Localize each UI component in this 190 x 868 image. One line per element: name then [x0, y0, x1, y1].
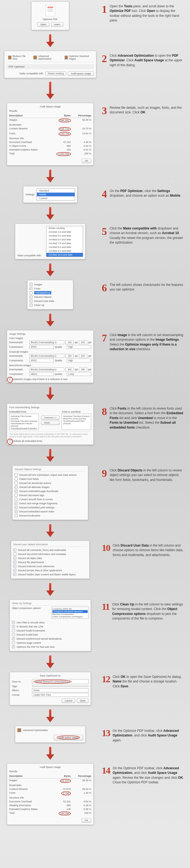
compat-label: Make compatible with:	[18, 254, 44, 257]
optimize-pdf-tool: Optimize PDF Open Learn	[31, 1, 69, 30]
step-number: 12	[102, 675, 110, 684]
tags-input[interactable]	[32, 686, 89, 687]
optimize-scanned[interactable]: Optimize Scanned Pages	[65, 55, 92, 60]
audit-table: DescriptionBytesPercentage Images81,4473…	[9, 774, 91, 816]
advanced-optimization[interactable]: Advanced Optimization	[33, 55, 59, 60]
step-text: Click Advanced Optimization to open the …	[110, 54, 185, 67]
step-text: Click Fonts in the left column to review…	[110, 406, 185, 430]
image-settings-panel: Image Settings Color Images :Downsample:…	[7, 330, 94, 383]
audit-space-dialog-2: Audit Space Usage Results DescriptionByt…	[7, 763, 94, 825]
ok-button[interactable]: OK	[82, 818, 91, 823]
subset-fonts-checkbox[interactable]	[9, 439, 12, 442]
tool-title: Optimize PDF	[35, 18, 66, 21]
settings-label: Settings:	[26, 193, 35, 196]
compat-label: Make compatible with:	[20, 72, 44, 75]
discard-user-data-panel: Discard user related information Discard…	[11, 540, 90, 579]
step-text: Review file details, such as images, fon…	[110, 105, 185, 115]
step-number: 8	[102, 406, 107, 416]
compat-select[interactable]: Retain existing	[45, 72, 66, 75]
optimizer-toolbar-repeat: Advanced Optimization Audit space usage	[15, 726, 86, 743]
compat-dropdown-panel: Make compatible with: Retain existingAcr…	[15, 223, 86, 259]
audit-space-button[interactable]: Audit space usage	[68, 71, 94, 76]
step-number: 14	[102, 766, 110, 775]
step-text: Click the Make compatible with dropdown …	[110, 226, 185, 245]
discard-objects-panel: Discard Objects Settings Discard all for…	[12, 465, 88, 520]
step-text: On the Optimize PDF toolbar, click Advan…	[113, 728, 185, 743]
open-button[interactable]: Open	[37, 22, 49, 27]
optimize-reduce-checkbox[interactable]	[9, 378, 12, 380]
embedded-fonts-list[interactable]: HelveticaLTStd-Roman (Subset)HelveticaLT…	[9, 414, 39, 430]
ok-button[interactable]: OK	[82, 159, 91, 163]
format-select[interactable]: Adobe PDF Files	[32, 693, 89, 697]
save-button[interactable]: Save	[77, 699, 89, 703]
pdf-optimizer-toolbar: Reduce File Size Advanced Optimization O…	[4, 51, 96, 78]
fonts-panel: Font Unembedding Settings Embedded fonts…	[7, 404, 94, 445]
cancel-button[interactable]: Cancel	[62, 699, 75, 703]
audit-button[interactable]: Audit space usage	[54, 735, 83, 740]
step-number: 2	[102, 54, 107, 64]
feature-checklist: ImagesFontsTransparencyDiscard ObjectsDi…	[27, 280, 73, 310]
settings-dropdown-panel: Settings: StandardMobileCustom	[23, 186, 77, 203]
unembed-fonts-list[interactable]: HelveticaLTStd-Bold (Subset)MinionPro-Co…	[62, 414, 91, 430]
step-text: The left column shows checkmarks for the…	[110, 283, 185, 292]
learn-button[interactable]: Learn	[51, 22, 63, 27]
step-number: 7	[102, 333, 107, 343]
cleanup-panel: Clean Up Settings Object compression opt…	[9, 599, 91, 651]
step-text: Open the Tools pane, and scroll down to …	[110, 4, 185, 23]
step-number: 3	[102, 105, 107, 116]
step-text: Click Image in the left column to set do…	[110, 333, 185, 352]
reduce-file-size[interactable]: Reduce File Size	[8, 55, 28, 60]
audit-table: DescriptionBytesPercentage Images596,391…	[9, 113, 91, 156]
dialog-title: Audit Space Usage	[9, 105, 91, 108]
step-number: 4	[102, 189, 107, 199]
step-text: Click Clean Up in the left column to vie…	[112, 602, 185, 621]
step-text: On the PDF Optimizer, click the Settings…	[110, 189, 185, 198]
step-text: Click OK to open the Save Optimized As d…	[113, 675, 185, 689]
step-number: 5	[102, 226, 107, 237]
step-number: 10	[102, 543, 110, 553]
step-text: Click Discard Objects in the left column…	[110, 468, 185, 482]
audit-space-dialog: Audit Space Usage Results DescriptionByt…	[7, 103, 94, 165]
where-select[interactable]: Home	[32, 688, 89, 692]
results-label: Results	[9, 110, 91, 112]
adv-opt-button[interactable]: Advanced Optimization	[23, 729, 48, 732]
compat-dropdown[interactable]: Retain existingAcrobat 4.0 and laterAcro…	[46, 226, 83, 257]
step-number: 1	[102, 4, 107, 14]
unembed-button[interactable]: Unembed >>	[41, 415, 59, 420]
save-optimized-dialog: Save Optimized As Save As:Market-Researc…	[9, 672, 91, 705]
filename-input[interactable]: Market-Research-compressed.pdf	[32, 679, 89, 684]
pdf-icon	[45, 5, 55, 16]
retain-button[interactable]: Retain	[41, 421, 59, 425]
step-text: Click Discard User Data in the left colu…	[113, 543, 185, 557]
step-number: 9	[102, 468, 107, 478]
compression-options-dropdown[interactable]: Compress entire fileCompress document st…	[52, 607, 89, 619]
settings-dropdown[interactable]: StandardMobileCustom	[37, 188, 75, 200]
step-number: 11	[102, 602, 109, 611]
step-number: 6	[102, 283, 107, 293]
step-number: 13	[102, 728, 110, 738]
step-text: On the Optimize PDF toolbar, click Advan…	[113, 766, 185, 785]
optimizer-header: PDF Optimizer	[6, 64, 94, 69]
